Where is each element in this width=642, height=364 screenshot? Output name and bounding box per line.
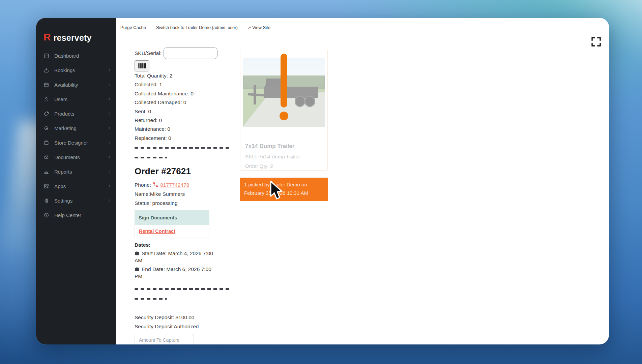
- fullscreen-button[interactable]: [591, 36, 602, 47]
- customer-name: Name:Mike Summers: [135, 189, 219, 199]
- topbar: Purge Cache Switch back to Trailer Demo …: [116, 18, 609, 37]
- sidebar: R reservety Dashboard Bookings: [36, 18, 116, 344]
- contact-block: Phone: 8177742478 Name:Mike Summers Stat…: [135, 180, 219, 208]
- dates-label: Dates:: [135, 242, 219, 248]
- sidebar-item-label: Reports: [54, 169, 72, 175]
- chevron-right-icon: [107, 67, 112, 73]
- chevron-right-icon: [107, 169, 112, 175]
- inventory-stats: Total Quantity: 2 Collected: 1 Collected…: [135, 71, 219, 143]
- product-title: 7x14 Dump Trailer: [245, 143, 323, 150]
- chevron-right-icon: [107, 154, 112, 160]
- reports-icon: [43, 169, 49, 175]
- help-icon: [43, 212, 49, 218]
- end-date-text: End Date: March 6, 2026 7:00 PM: [135, 266, 211, 279]
- sidebar-item-label: Dashboard: [54, 53, 79, 59]
- sidebar-item-label: Help Center: [54, 212, 81, 218]
- stat-collected: Collected: 1: [135, 80, 219, 89]
- sidebar-item-label: Users: [54, 96, 67, 102]
- documents-icon: [43, 154, 49, 160]
- calendar-icon: [135, 250, 142, 256]
- marketing-icon: [43, 125, 49, 131]
- sidebar-item-label: Apps: [54, 183, 66, 189]
- chevron-right-icon: [107, 82, 112, 88]
- stat-returned: Returned: 0: [135, 116, 219, 125]
- dashboard-icon: [43, 53, 49, 59]
- store-designer-icon: [43, 140, 49, 146]
- product-card-text: 7x14 Dump Trailer SKU: 7x14-dump-trailer…: [240, 127, 327, 169]
- phone-number-link[interactable]: 8177742478: [160, 180, 189, 189]
- barcode-scan-button[interactable]: [135, 60, 149, 71]
- fullscreen-icon: [591, 36, 602, 47]
- exclamation-icon: [281, 54, 287, 108]
- chevron-right-icon: [107, 140, 112, 146]
- order-title: Order #27621: [135, 166, 219, 177]
- sidebar-item-label: Marketing: [54, 125, 77, 131]
- brand-logo[interactable]: R reservety: [36, 18, 116, 48]
- availability-icon: [43, 82, 49, 88]
- sidebar-item-documents[interactable]: Documents: [36, 150, 116, 164]
- app-window: R reservety Dashboard Bookings: [36, 18, 609, 344]
- sidebar-nav: Dashboard Bookings Availability: [36, 49, 116, 222]
- sign-documents-panel: Sign Documents Rental Contract: [135, 210, 209, 238]
- sidebar-item-label: Availability: [54, 82, 78, 88]
- stat-total-quantity: Total Quantity: 2: [135, 71, 219, 80]
- phone-icon: [153, 180, 158, 189]
- chevron-right-icon: [107, 198, 112, 204]
- sidebar-item-marketing[interactable]: Marketing: [36, 121, 116, 135]
- calendar-icon: [135, 266, 142, 272]
- rental-contract-link[interactable]: Rental Contract: [139, 229, 175, 234]
- sku-serial-label: SKU/Serial:: [135, 50, 162, 56]
- exclamation-icon: [280, 112, 288, 120]
- stat-collected-maintenance: Collected Maintenance: 0: [135, 89, 219, 98]
- security-deposit-status: Security Deposit Authorized: [135, 322, 219, 331]
- sign-documents-header: Sign Documents: [135, 210, 209, 225]
- users-icon: [43, 96, 49, 102]
- order-detail-panel: SKU/Serial: Total Quantity: 2 Collected:…: [135, 48, 219, 344]
- external-link-icon: ↗: [248, 25, 251, 30]
- chevron-right-icon: [107, 183, 112, 189]
- sidebar-item-label: Bookings: [54, 67, 75, 73]
- settings-icon: [43, 198, 49, 204]
- sidebar-item-label: Store Designer: [54, 140, 88, 146]
- stat-collected-damaged: Collected Damaged: 0: [135, 98, 219, 107]
- sidebar-item-settings[interactable]: Settings: [36, 193, 116, 208]
- barcode-icon: [138, 63, 146, 69]
- phone-label: Phone:: [135, 180, 151, 189]
- brand-name: reservety: [54, 33, 92, 43]
- sidebar-item-help-center[interactable]: Help Center: [36, 208, 116, 222]
- bookings-icon: [43, 67, 49, 73]
- sku-serial-input[interactable]: [164, 48, 217, 59]
- purge-cache-link[interactable]: Purge Cache: [120, 25, 146, 30]
- sidebar-item-reports[interactable]: Reports: [36, 164, 116, 179]
- sidebar-item-users[interactable]: Users: [36, 92, 116, 107]
- stat-replacement: Replacement: 0: [135, 134, 219, 143]
- sidebar-item-apps[interactable]: Apps: [36, 179, 116, 193]
- sidebar-item-bookings[interactable]: Bookings: [36, 63, 116, 78]
- security-deposit-amount: Security Deposit: $100.00: [135, 313, 219, 322]
- view-site-link[interactable]: ↗ View Site: [248, 25, 270, 30]
- sidebar-item-products[interactable]: Products: [36, 107, 116, 121]
- start-date-text: Start Date: March 4, 2026 7:00 AM: [135, 250, 213, 263]
- desktop-background: R reservety Dashboard Bookings: [0, 0, 642, 364]
- phone-row: Phone: 8177742478: [135, 180, 219, 189]
- brand-mark-icon: R: [43, 32, 51, 42]
- sidebar-item-dashboard[interactable]: Dashboard: [36, 49, 116, 63]
- sidebar-item-label: Documents: [54, 154, 80, 160]
- switch-back-link[interactable]: Switch back to Trailer Demo (admin_user): [156, 25, 238, 30]
- products-icon: [43, 111, 49, 117]
- order-status: Status: processing: [135, 199, 219, 208]
- product-card[interactable]: 7x14 Dump Trailer SKU: 7x14-dump-trailer…: [240, 50, 328, 171]
- sign-documents-body: Rental Contract: [135, 225, 209, 238]
- dashed-separator: [135, 288, 219, 300]
- start-date-line: Start Date: March 4, 2026 7:00 AM: [135, 250, 216, 264]
- stat-maintenance: Maintenance: 0: [135, 125, 219, 133]
- amount-to-capture-input[interactable]: [135, 334, 194, 344]
- sidebar-item-availability[interactable]: Availability: [36, 78, 116, 92]
- deposit-block: Security Deposit: $100.00 Security Depos…: [135, 313, 219, 331]
- chevron-right-icon: [107, 111, 112, 117]
- sidebar-item-label: Settings: [54, 198, 72, 204]
- stat-sent: Sent: 0: [135, 107, 219, 116]
- sidebar-item-store-designer[interactable]: Store Designer: [36, 135, 116, 150]
- sidebar-item-label: Products: [54, 111, 74, 117]
- chevron-right-icon: [107, 125, 112, 131]
